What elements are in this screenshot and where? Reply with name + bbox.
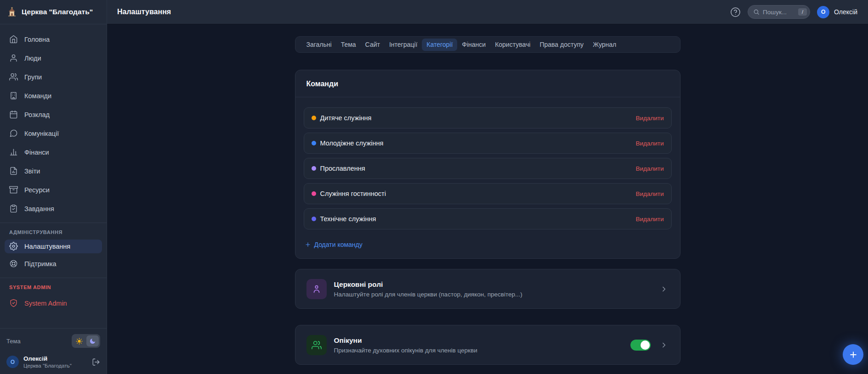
sidebar-item-settings[interactable]: Налаштування — [5, 240, 102, 253]
tab-permissions[interactable]: Права доступу — [535, 39, 588, 51]
roles-title: Церковні ролі — [334, 280, 652, 289]
delete-team-button[interactable]: Видалити — [635, 165, 664, 172]
tab-categories[interactable]: Категорії — [422, 39, 457, 51]
team-color-dot — [312, 166, 316, 171]
add-floating-button[interactable] — [843, 344, 863, 365]
shield-check-icon — [9, 299, 18, 308]
tab-journal[interactable]: Журнал — [588, 39, 621, 51]
theme-toggle — [72, 334, 100, 348]
caretakers-title: Опікуни — [334, 336, 623, 345]
tab-theme[interactable]: Тема — [336, 39, 361, 51]
sidebar-item-communications[interactable]: Комунікації — [0, 124, 107, 143]
page-title: Налаштування — [117, 8, 171, 16]
search-input[interactable]: Пошук... / — [748, 5, 810, 19]
sidebar-item-system-admin[interactable]: System Admin — [0, 294, 107, 313]
brand-name: Церква "Благодать" — [22, 8, 93, 16]
sidebar-item-home[interactable]: Головна — [0, 30, 107, 49]
chevron-right-icon[interactable] — [660, 285, 668, 293]
team-color-dot — [312, 116, 316, 120]
caretakers-icon — [306, 335, 327, 355]
brand-header[interactable]: Церква "Благодать" — [0, 0, 107, 24]
avatar: О — [6, 356, 19, 368]
tab-site[interactable]: Сайт — [361, 39, 385, 51]
sidebar-item-label: Головна — [24, 36, 50, 43]
search-icon — [753, 9, 760, 15]
dark-theme-button[interactable] — [86, 335, 99, 346]
sidebar-item-support[interactable]: Підтримка — [0, 254, 107, 273]
light-theme-button[interactable] — [73, 335, 85, 346]
sidebar-item-teams[interactable]: Команди — [0, 86, 107, 105]
lifebuoy-icon — [9, 259, 18, 268]
church-roles-card[interactable]: Церковні ролі Налаштуйте ролі для членів… — [295, 269, 681, 309]
tab-general[interactable]: Загальні — [302, 39, 336, 51]
team-row: Служіння гостинності Видалити — [304, 183, 672, 204]
caretakers-subtitle: Призначайте духовних опікунів для членів… — [334, 347, 623, 354]
home-icon — [9, 35, 18, 44]
sidebar-item-resources[interactable]: Ресурси — [0, 180, 107, 199]
roles-icon — [306, 279, 327, 299]
report-icon — [9, 167, 18, 176]
users-icon — [9, 73, 18, 82]
plus-icon — [849, 350, 858, 359]
clipboard-check-icon — [9, 204, 18, 213]
delete-team-button[interactable]: Видалити — [635, 216, 664, 223]
sidebar-item-tasks[interactable]: Завдання — [0, 199, 107, 218]
main-content: Загальні Тема Сайт Інтеграції Категорії … — [107, 24, 868, 374]
help-icon[interactable] — [730, 7, 741, 17]
sidebar-item-label: Розклад — [24, 111, 50, 118]
sidebar-item-label: Люди — [24, 55, 41, 62]
avatar: О — [817, 6, 829, 18]
sidebar-user[interactable]: О Олексій Церква "Благодать" — [6, 355, 100, 368]
sidebar-item-label: Групи — [24, 73, 42, 81]
teams-card-title: Команди — [306, 80, 669, 88]
sidebar-item-reports[interactable]: Звіти — [0, 162, 107, 180]
roles-subtitle: Налаштуйте ролі для членів церкви (пасто… — [334, 291, 652, 298]
sidebar-item-schedule[interactable]: Розклад — [0, 105, 107, 124]
team-name: Дитяче служіння — [320, 114, 636, 122]
search-shortcut-badge: / — [798, 8, 807, 16]
delete-team-button[interactable]: Видалити — [635, 140, 664, 147]
delete-team-button[interactable]: Видалити — [635, 115, 664, 122]
team-row: Технічне служіння Видалити — [304, 208, 672, 229]
topbar-user[interactable]: О Олексій — [817, 6, 857, 18]
tab-users[interactable]: Користувачі — [490, 39, 535, 51]
sidebar-item-label: System Admin — [24, 300, 67, 307]
sidebar: Церква "Благодать" Головна Люди Групи Ко… — [0, 0, 107, 374]
tab-finance[interactable]: Фінанси — [457, 39, 490, 51]
user-name: Олексій — [23, 355, 87, 362]
main-nav: Головна Люди Групи Команди Розклад Комун… — [0, 24, 107, 313]
sidebar-item-groups[interactable]: Групи — [0, 67, 107, 86]
gear-icon — [9, 242, 18, 251]
theme-label: Тема — [6, 338, 21, 345]
sidebar-footer: Тема О Олексій Церква "Благодать" — [0, 328, 107, 374]
calendar-icon — [9, 110, 18, 119]
sidebar-item-label: Налаштування — [24, 243, 70, 250]
tab-integrations[interactable]: Інтеграції — [385, 39, 422, 51]
sidebar-item-finance[interactable]: Фінанси — [0, 143, 107, 162]
user-name: Олексій — [834, 8, 857, 16]
add-team-label: Додати команду — [314, 241, 363, 248]
sidebar-item-label: Завдання — [24, 205, 54, 212]
user-org: Церква "Благодать" — [23, 363, 87, 368]
sidebar-item-people[interactable]: Люди — [0, 49, 107, 67]
team-row: Прославлення Видалити — [304, 158, 672, 179]
archive-icon — [9, 185, 18, 195]
church-logo-icon — [6, 6, 17, 17]
chat-icon — [9, 129, 18, 138]
delete-team-button[interactable]: Видалити — [635, 190, 664, 197]
team-color-dot — [312, 217, 316, 221]
building-icon — [9, 91, 18, 100]
sidebar-item-label: Звіти — [24, 167, 40, 175]
sun-icon — [76, 338, 83, 345]
team-color-dot — [312, 141, 316, 145]
sidebar-item-label: Ресурси — [24, 186, 50, 194]
team-name: Прославлення — [320, 165, 636, 172]
caretakers-card[interactable]: Опікуни Призначайте духовних опікунів дл… — [295, 325, 681, 365]
chevron-right-icon[interactable] — [660, 341, 668, 349]
caretakers-toggle[interactable] — [630, 340, 651, 351]
team-color-dot — [312, 191, 316, 196]
logout-icon[interactable] — [92, 358, 100, 366]
bar-chart-icon — [9, 148, 18, 157]
add-team-button[interactable]: Додати команду — [304, 241, 363, 248]
topbar: Налаштування Пошук... / О Олексій — [107, 0, 868, 24]
